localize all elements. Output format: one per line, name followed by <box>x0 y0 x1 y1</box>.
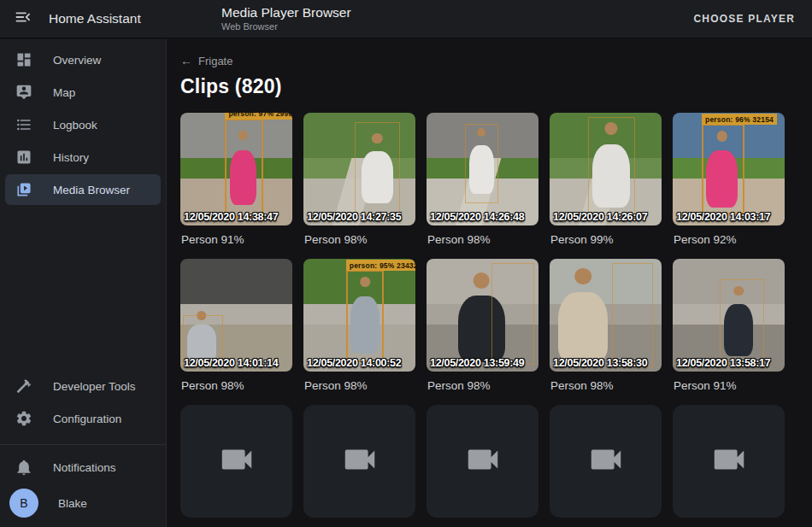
clip-timestamp: 12/05/2020 14:03:17 <box>676 211 783 223</box>
clip-caption: Person 98% <box>427 233 538 246</box>
clip-timestamp: 12/05/2020 14:27:35 <box>307 211 414 223</box>
clip-item[interactable]: 12/05/2020 13:59:49 Person 98% <box>427 259 538 405</box>
clip-item[interactable]: 12/05/2020 13:58:17 Person 91% <box>673 259 785 405</box>
back-to-frigate-link[interactable]: ← Frigate <box>180 54 232 67</box>
view-dashboard-icon <box>15 51 32 68</box>
sidebar-item-media-browser[interactable]: Media Browser <box>5 174 161 205</box>
clip-timestamp: 12/05/2020 13:58:17 <box>676 357 783 369</box>
detection-bbox <box>355 122 399 214</box>
person-torso-shape <box>558 292 608 362</box>
chart-box-icon <box>15 149 32 166</box>
clip-item[interactable]: 12/05/2020 14:26:48 Person 98% <box>427 113 538 259</box>
hammer-icon <box>15 378 32 395</box>
sidebar-item-label: Developer Tools <box>53 380 136 393</box>
back-arrow-icon: ← <box>180 54 192 67</box>
clip-caption: Person 98% <box>427 379 538 392</box>
app-header-left: Home Assistant <box>0 9 167 29</box>
bell-icon <box>15 459 32 476</box>
detection-bbox: person: 97% 29988 <box>225 119 263 218</box>
clip-thumbnail[interactable]: 12/05/2020 13:58:30 <box>550 259 662 372</box>
clip-thumbnail[interactable]: 12/05/2020 14:26:07 <box>550 113 662 225</box>
folder-item[interactable]: Today (164) <box>180 405 292 527</box>
clip-caption: Person 99% <box>550 233 661 246</box>
page-header-titles: Media Player Browser Web Browser <box>221 5 351 32</box>
sidebar-item-map[interactable]: Map <box>5 77 161 108</box>
clip-thumbnail[interactable]: 12/05/2020 14:26:48 <box>427 113 538 225</box>
sidebar-item-logbook[interactable]: Logbook <box>5 109 161 140</box>
sidebar-divider <box>0 444 166 445</box>
video-camera-icon <box>586 440 626 483</box>
clip-thumbnail[interactable]: person: 95% 23432 12/05/2020 14:00:52 <box>303 259 415 372</box>
video-camera-icon <box>340 440 380 483</box>
folder-thumbnail[interactable] <box>673 405 785 518</box>
detection-bbox <box>588 117 635 216</box>
folder-item[interactable]: Back (427) <box>673 405 785 527</box>
media-browser-title: Media Player Browser <box>221 5 351 20</box>
menu-toggle-button[interactable] <box>13 9 33 29</box>
detection-bbox <box>720 279 764 365</box>
sidebar-item-overview[interactable]: Overview <box>5 44 161 75</box>
sidebar-item-label: Notifications <box>53 461 116 474</box>
clip-caption: Person 98% <box>550 379 661 392</box>
menu-open-icon <box>14 8 32 30</box>
clip-caption: Person 98% <box>181 379 291 392</box>
folder-thumbnail[interactable] <box>427 405 538 518</box>
clip-thumbnail[interactable]: 12/05/2020 13:59:49 <box>427 259 538 372</box>
detection-bbox: person: 96% 32154 <box>702 124 744 214</box>
folder-item[interactable]: Last Month (318) <box>550 405 662 527</box>
app-title: Home Assistant <box>49 11 141 26</box>
list-bulleted-icon <box>15 116 32 133</box>
choose-player-button[interactable]: CHOOSE PLAYER <box>686 6 802 32</box>
clip-item[interactable]: 12/05/2020 14:01:14 Person 98% <box>180 259 292 405</box>
clip-timestamp: 12/05/2020 13:59:49 <box>430 357 537 369</box>
person-figure <box>558 268 608 363</box>
clip-item[interactable]: person: 95% 23432 12/05/2020 14:00:52 Pe… <box>303 259 415 405</box>
clip-timestamp: 12/05/2020 14:26:48 <box>430 211 537 223</box>
folder-thumbnail[interactable] <box>180 405 292 518</box>
clip-item[interactable]: person: 96% 32154 12/05/2020 14:03:17 Pe… <box>673 113 785 259</box>
clip-item[interactable]: 12/05/2020 13:58:30 Person 98% <box>550 259 662 405</box>
sidebar-profile[interactable]: B Blake <box>0 484 166 522</box>
clip-timestamp: 12/05/2020 14:00:52 <box>307 357 414 369</box>
clip-timestamp: 12/05/2020 14:38:47 <box>184 211 291 223</box>
detection-label: person: 95% 23432 <box>346 260 415 271</box>
clip-thumbnail[interactable]: person: 96% 32154 12/05/2020 14:03:17 <box>673 113 785 225</box>
sidebar-item-notifications[interactable]: Notifications <box>5 452 161 483</box>
page-title: Clips (820) <box>180 75 798 98</box>
sidebar-item-label: History <box>53 151 89 164</box>
sidebar-item-configuration[interactable]: Configuration <box>5 403 161 434</box>
clip-thumbnail[interactable]: 12/05/2020 13:58:17 <box>673 259 785 372</box>
app-header: Home Assistant Media Player Browser Web … <box>0 0 812 38</box>
main-content: ← Frigate Clips (820) person: 97% 29988 … <box>167 39 812 527</box>
folder-thumbnail[interactable] <box>303 405 415 518</box>
sidebar-item-developer-tools[interactable]: Developer Tools <box>5 371 161 401</box>
detection-label: person: 96% 32154 <box>702 114 777 125</box>
video-camera-icon <box>463 440 503 483</box>
clip-thumbnail[interactable]: 12/05/2020 14:27:35 <box>303 113 415 225</box>
folder-item[interactable]: Yesterday (209) <box>303 405 415 527</box>
gear-icon <box>15 410 32 427</box>
sidebar-item-label: Media Browser <box>53 184 130 196</box>
folder-item[interactable]: This Month (502) <box>427 405 538 527</box>
avatar: B <box>9 489 38 518</box>
clip-item[interactable]: 12/05/2020 14:27:35 Person 98% <box>303 113 415 259</box>
sidebar-item-label: Logbook <box>53 119 97 132</box>
folder-thumbnail[interactable] <box>550 405 662 518</box>
sidebar-item-label: Configuration <box>53 413 121 425</box>
detection-bbox: person: 95% 23432 <box>346 270 385 362</box>
clips-grid: person: 97% 29988 12/05/2020 14:38:47 Pe… <box>180 113 798 527</box>
clip-item[interactable]: person: 97% 29988 12/05/2020 14:38:47 Pe… <box>180 113 292 259</box>
sidebar-item-history[interactable]: History <box>5 142 161 173</box>
clip-item[interactable]: 12/05/2020 14:26:07 Person 99% <box>550 113 662 259</box>
clip-thumbnail[interactable]: 12/05/2020 14:01:14 <box>180 259 292 372</box>
clip-caption: Person 91% <box>181 233 291 246</box>
clip-thumbnail[interactable]: person: 97% 29988 12/05/2020 14:38:47 <box>180 113 292 225</box>
clip-timestamp: 12/05/2020 13:58:30 <box>553 357 660 369</box>
sidebar: Overview Map Logbook History Media Brows… <box>0 39 167 527</box>
clip-caption: Person 98% <box>304 233 415 246</box>
person-head-shape <box>474 272 490 289</box>
tooltip-account-icon <box>15 84 32 101</box>
profile-name: Blake <box>58 497 87 510</box>
media-browser-subtitle: Web Browser <box>221 21 351 32</box>
detection-bbox <box>612 263 652 366</box>
